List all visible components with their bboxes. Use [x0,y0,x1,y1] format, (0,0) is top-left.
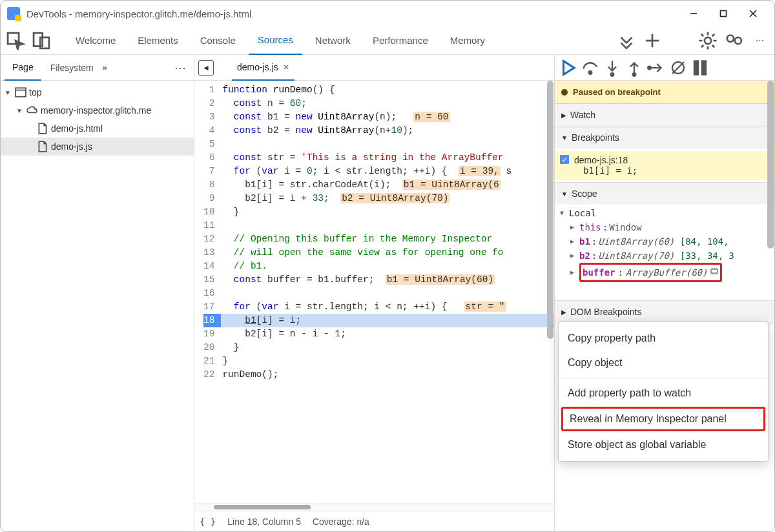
menu-reveal-memory-inspector[interactable]: Reveal in Memory Inspector panel [561,407,765,431]
caret-right-icon: ▶ [570,249,578,263]
tree-top[interactable]: ▼ top [1,83,194,101]
kebab-menu-icon[interactable]: ⋯ [749,30,770,52]
memory-icon[interactable] [710,265,719,280]
tree-file-label: demo-js.js [51,141,92,152]
editor-vscrollbar[interactable] [546,81,554,503]
scope-b2[interactable]: ▶b2: Uint8Array(70) [33, 34, 3 [560,249,774,263]
new-tab-icon[interactable] [641,30,663,52]
caret-right-icon: ▶ [570,234,578,249]
svg-point-20 [633,73,636,76]
svg-rect-1 [721,11,727,17]
context-menu: Copy property path Copy object Add prope… [558,322,769,462]
caret-down-icon: ▼ [560,206,568,220]
svg-point-9 [705,37,711,43]
step-over-icon[interactable] [581,58,600,77]
menu-store-global[interactable]: Store object as global variable [559,433,768,457]
inline-hint: b1 = Uint8Array(6 [402,179,501,190]
svg-point-18 [611,73,614,76]
tab-network[interactable]: Network [306,26,360,55]
tree-domain[interactable]: ▼ memory-inspector.glitch.me [1,101,194,119]
tab-memory[interactable]: Memory [441,26,494,55]
tab-welcome[interactable]: Welcome [67,26,125,55]
section-header[interactable]: ▼Breakpoints [555,127,774,148]
feedback-icon[interactable] [723,30,745,52]
section-title: Scope [572,189,597,199]
section-header[interactable]: ▼Scope [555,183,774,205]
titlebar: DevTools - memory-inspector.glitch.me/de… [1,1,774,26]
svg-rect-27 [711,269,718,273]
caret-down-icon: ▼ [5,89,12,96]
menu-copy-object[interactable]: Copy object [559,351,768,375]
section-dom-breakpoints: ▶DOM Breakpoints [555,301,774,323]
section-header[interactable]: ▶Watch [555,104,774,126]
inspect-element-icon[interactable] [5,30,26,52]
scope-buffer[interactable]: ▶ buffer: ArrayBuffer(60) [560,263,774,282]
menu-add-watch[interactable]: Add property path to watch [559,381,768,405]
section-title: Breakpoints [572,132,619,143]
section-breakpoints: ▼Breakpoints ✓ demo-js.js:18 b1[i] = i; [555,127,774,183]
close-icon[interactable]: × [284,61,289,72]
menu-copy-property-path[interactable]: Copy property path [559,326,768,351]
subtab-page[interactable]: Page [5,55,41,81]
file-tree: ▼ top ▼ memory-inspector.glitch.me demo-… [1,81,194,158]
pretty-print-icon[interactable]: { } [200,517,216,527]
step-icon[interactable] [646,58,666,77]
devtools-window: DevTools - memory-inspector.glitch.me/de… [0,0,775,532]
menu-separator [559,378,768,378]
code-body[interactable]: function runDemo() { const n = 60; const… [221,81,554,503]
subtab-filesystem[interactable]: Filesystem [43,55,101,81]
resume-icon[interactable] [559,58,578,77]
scope-this[interactable]: ▶this: Window [560,220,774,234]
debugger-vscrollbar[interactable] [767,81,774,531]
code-editor[interactable]: 12345678910111213141516171819202122 func… [194,81,554,503]
settings-icon[interactable] [697,30,719,52]
tree-file-js[interactable]: demo-js.js [1,138,194,156]
step-out-icon[interactable] [625,58,644,77]
svg-point-11 [735,37,741,43]
maximize-button[interactable] [708,1,738,26]
cursor-position: Line 18, Column 5 [227,517,301,527]
inline-hint: b2 = Uint8Array(70) [340,193,450,203]
inline-hint: str = " [464,302,506,312]
close-button[interactable] [738,1,768,26]
scope-local[interactable]: ▼Local [560,206,774,220]
caret-right-icon: ▶ [561,309,566,316]
pause-exceptions-icon[interactable] [690,58,710,77]
breakpoint-item[interactable]: ✓ demo-js.js:18 b1[i] = i; [555,151,774,179]
caret-down-icon: ▼ [16,107,24,114]
tab-performance[interactable]: Performance [364,26,437,55]
device-toggle-icon[interactable] [30,30,52,52]
tree-top-label: top [29,87,41,97]
section-header[interactable]: ▶DOM Breakpoints [555,301,774,323]
svg-point-10 [727,35,734,41]
tree-file-html[interactable]: demo-js.html [1,119,194,138]
more-subtabs-icon[interactable]: » [103,63,119,72]
highlighted-scope-row: buffer: ArrayBuffer(60) [579,263,722,282]
checkbox-icon[interactable]: ✓ [560,155,569,164]
deactivate-breakpoints-icon[interactable] [668,58,688,77]
editor-statusbar: { } Line 18, Column 5 Coverage: n/a [194,511,554,531]
step-into-icon[interactable] [603,58,622,77]
cloud-icon [26,105,38,116]
svg-point-16 [589,71,592,74]
section-title: Watch [570,110,595,120]
tab-sources[interactable]: Sources [249,26,302,55]
tab-console[interactable]: Console [191,26,245,55]
section-watch: ▶Watch [555,104,774,127]
breakpoint-file: demo-js.js:18 [574,155,768,165]
navigator-overflow-icon[interactable]: ⋯ [170,61,190,75]
tab-elements[interactable]: Elements [129,26,187,55]
navigator-pane: Page Filesystem » ⋯ ▼ top ▼ memory-inspe… [1,55,194,531]
file-tab[interactable]: demo-js.js × [232,55,294,81]
svg-rect-26 [702,61,706,74]
editor-hscrollbar[interactable] [194,503,554,511]
scope-b1[interactable]: ▶b1: Uint8Array(60) [84, 104, [560,234,774,249]
file-tab-label: demo-js.js [237,62,278,72]
minimize-button[interactable] [679,1,708,26]
more-tabs-icon[interactable] [615,30,637,52]
file-icon [37,141,48,152]
nav-back-icon[interactable]: ◄ [198,60,214,76]
paused-banner: Paused on breakpoint [555,81,774,104]
line-gutter[interactable]: 12345678910111213141516171819202122 [194,81,221,503]
scope-body: ▼Local ▶this: Window ▶b1: Uint8Array(60)… [555,205,774,300]
